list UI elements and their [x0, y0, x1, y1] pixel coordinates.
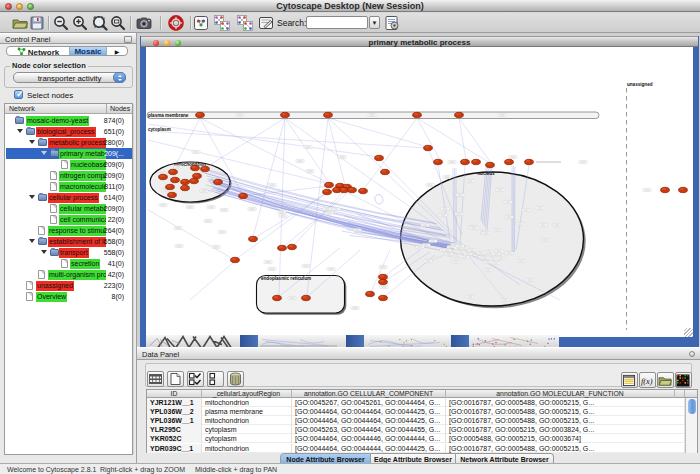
svg-text:endoplasmic reticulum: endoplasmic reticulum: [261, 276, 311, 281]
svg-text:unassigned: unassigned: [627, 82, 653, 87]
svg-text:nucleus: nucleus: [477, 171, 495, 176]
svg-text:f(x): f(x): [641, 377, 653, 386]
svg-text:plasma membrane: plasma membrane: [148, 113, 189, 118]
svg-text:cytoplasm: cytoplasm: [148, 127, 171, 132]
